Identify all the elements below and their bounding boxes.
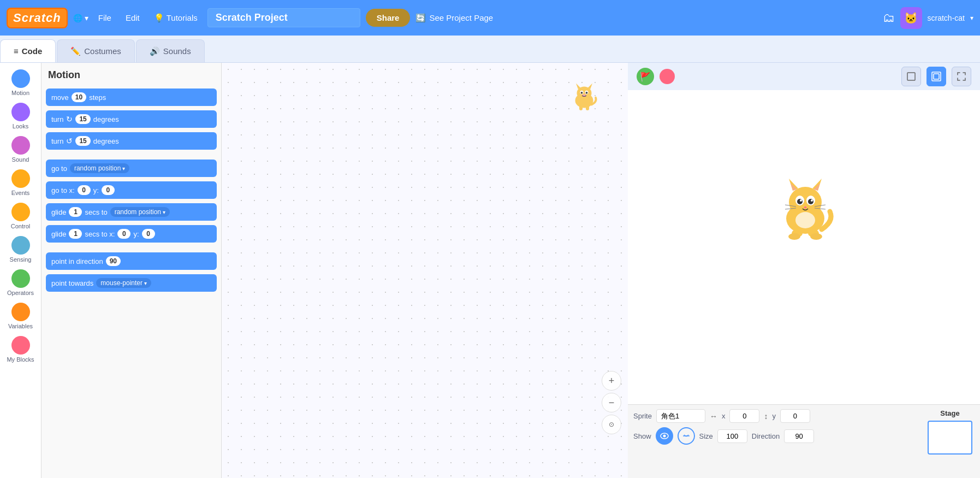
block-go-to-xy-text1: go to x: xyxy=(51,186,75,194)
control-dot xyxy=(11,203,30,221)
view-normal-button[interactable] xyxy=(901,67,921,86)
y-coord-input[interactable] xyxy=(780,409,810,423)
avatar-icon: 🐱 xyxy=(904,11,918,25)
tutorials-icon: 💡 xyxy=(154,13,164,23)
tutorials-button[interactable]: 💡 Tutorials xyxy=(150,11,202,25)
zoom-out-button[interactable]: − xyxy=(602,393,621,412)
svg-point-34 xyxy=(788,233,800,240)
view-big-button[interactable] xyxy=(926,67,946,86)
sidebar-item-myblocks[interactable]: My Blocks xyxy=(2,334,40,365)
eye-open-icon xyxy=(660,432,669,440)
block-turn-cw-input[interactable]: 15 xyxy=(75,114,90,124)
scratch-logo[interactable]: Scratch xyxy=(7,8,68,28)
tab-sounds[interactable]: 🔊 Sounds xyxy=(136,39,205,62)
block-turn-ccw-input[interactable]: 15 xyxy=(75,136,90,146)
scripts-area[interactable]: + − ⊙ xyxy=(222,63,628,478)
x-coord-icon: ↔ xyxy=(710,412,717,421)
tab-costumes[interactable]: ✏️ Costumes xyxy=(57,39,135,62)
block-move-input[interactable]: 10 xyxy=(72,92,86,102)
share-button[interactable]: Share xyxy=(366,9,411,27)
svg-rect-13 xyxy=(934,74,939,79)
variables-label: Variables xyxy=(8,323,33,329)
sprite-name-input[interactable] xyxy=(656,409,705,423)
green-flag-button[interactable]: 🚩 xyxy=(637,68,654,85)
folder-icon[interactable]: 🗂 xyxy=(883,11,895,25)
sidebar-item-variables[interactable]: Variables xyxy=(2,300,40,332)
size-input[interactable] xyxy=(717,429,747,443)
tutorials-label: Tutorials xyxy=(167,13,198,22)
see-project-button[interactable]: 🔄 See Project Page xyxy=(415,13,493,23)
block-turn-ccw[interactable]: turn ↺ 15 degrees xyxy=(46,132,217,150)
sensing-label: Sensing xyxy=(10,256,32,263)
file-menu[interactable]: File xyxy=(94,11,116,25)
block-go-to-xy[interactable]: go to x: 0 y: 0 xyxy=(46,181,217,199)
view-big-icon xyxy=(931,72,941,81)
x-coord-input[interactable] xyxy=(729,409,759,423)
view-normal-icon xyxy=(906,72,916,81)
block-glide-xy-text3: y: xyxy=(133,230,139,238)
x-coord-label: x xyxy=(722,412,726,420)
block-glide-to-text2: secs to xyxy=(85,208,107,216)
block-glide-to-input1[interactable]: 1 xyxy=(69,207,82,217)
sidebar-item-events[interactable]: Events xyxy=(2,167,40,198)
sidebar-item-control[interactable]: Control xyxy=(2,200,40,232)
stage-canvas xyxy=(628,90,980,404)
block-glide-xy-input1[interactable]: 1 xyxy=(69,229,82,239)
stage-thumbnail[interactable] xyxy=(928,421,972,455)
project-title-input[interactable] xyxy=(207,8,360,27)
block-point-towards-dropdown[interactable]: mouse-pointer xyxy=(96,278,151,288)
motion-dot xyxy=(11,69,30,88)
language-selector[interactable]: 🌐 ▾ xyxy=(73,14,88,22)
myblocks-label: My Blocks xyxy=(7,356,34,363)
fullscreen-icon xyxy=(957,72,966,81)
sidebar-item-sound[interactable]: Sound xyxy=(2,134,40,165)
svg-point-31 xyxy=(795,212,815,228)
stop-button[interactable] xyxy=(660,69,675,84)
svg-point-37 xyxy=(663,435,666,438)
svg-point-23 xyxy=(808,199,813,204)
svg-rect-10 xyxy=(586,105,589,111)
block-point-towards[interactable]: point towards mouse-pointer xyxy=(46,274,217,292)
block-move[interactable]: move 10 steps xyxy=(46,88,217,106)
block-move-text1: move xyxy=(51,93,69,102)
edit-menu[interactable]: Edit xyxy=(121,11,144,25)
block-glide-to-dropdown[interactable]: random position xyxy=(110,207,170,217)
events-dot xyxy=(11,169,30,188)
show-visible-button[interactable] xyxy=(656,427,673,445)
show-label: Show xyxy=(633,432,651,440)
block-go-to[interactable]: go to random position xyxy=(46,160,217,177)
globe-icon: 🌐 xyxy=(73,14,82,22)
block-go-to-xy-input-y[interactable]: 0 xyxy=(102,185,115,195)
svg-point-35 xyxy=(810,233,822,240)
globe-arrow-icon: ▾ xyxy=(85,14,88,22)
show-hidden-button[interactable] xyxy=(678,427,695,445)
block-glide-to[interactable]: glide 1 secs to random position xyxy=(46,203,217,221)
user-dropdown-arrow[interactable]: ▾ xyxy=(970,14,973,22)
y-coord-icon: ↕ xyxy=(764,412,768,421)
sidebar-item-sensing[interactable]: Sensing xyxy=(2,234,40,265)
zoom-fit-button[interactable]: ⊙ xyxy=(602,415,621,434)
block-go-to-dropdown[interactable]: random position xyxy=(70,163,129,173)
sidebar-item-operators[interactable]: Operators xyxy=(2,267,40,298)
sprite-props-row: Show Size Dir xyxy=(633,427,920,445)
block-point-dir[interactable]: point in direction 90 xyxy=(46,252,217,270)
svg-point-7 xyxy=(586,92,588,94)
sidebar-item-motion[interactable]: Motion xyxy=(2,67,40,98)
block-turn-cw[interactable]: turn ↻ 15 degrees xyxy=(46,110,217,128)
tab-code[interactable]: ≡ Code xyxy=(0,39,56,62)
main-area: Motion Looks Sound Events Control Sensin… xyxy=(0,63,980,478)
direction-input[interactable] xyxy=(784,429,814,443)
costumes-tab-label: Costumes xyxy=(84,46,121,56)
sprite-info: Sprite ↔ x ↕ y Show xyxy=(628,404,980,478)
block-glide-xy[interactable]: glide 1 secs to x: 0 y: 0 xyxy=(46,225,217,243)
svg-marker-2 xyxy=(576,84,581,90)
block-turn-ccw-text1: turn xyxy=(51,137,63,145)
block-move-text2: steps xyxy=(89,93,106,102)
sidebar-item-looks[interactable]: Looks xyxy=(2,101,40,132)
zoom-in-button[interactable]: + xyxy=(602,371,621,391)
block-point-dir-input[interactable]: 90 xyxy=(106,256,121,266)
block-go-to-xy-input-x[interactable]: 0 xyxy=(78,185,91,195)
block-glide-xy-input-x[interactable]: 0 xyxy=(117,229,130,239)
block-glide-xy-input-y[interactable]: 0 xyxy=(142,229,155,239)
view-fullscreen-button[interactable] xyxy=(952,67,971,86)
